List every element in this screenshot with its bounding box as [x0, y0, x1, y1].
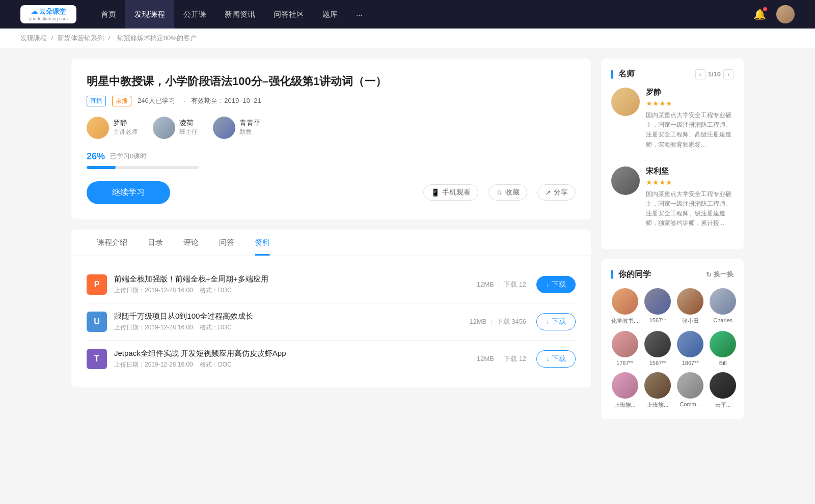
tab-resources[interactable]: 资料 [244, 230, 280, 256]
download-button-2[interactable]: ↓ 下载 [536, 350, 576, 368]
teacher-avatar-1 [153, 117, 175, 139]
progress-section: 26% 已学习0课时 [87, 151, 576, 169]
download-button-0[interactable]: ↓ 下载 [536, 276, 576, 293]
right-teacher-avatar-0 [611, 88, 640, 116]
classmate-name-2: 张小田 [682, 317, 699, 325]
resource-name-0: 前端全栈加强版！前端全栈+全周期+多端应用 [114, 274, 477, 284]
right-teacher-1: 宋利坚 ★★★★ 国内某重点大学安全工程专业硕士，国家一级注册消防工程师、注册安… [611, 166, 734, 229]
classmate-11[interactable]: 云平... [710, 372, 736, 409]
resource-icon-2: T [87, 349, 107, 369]
tab-catalog[interactable]: 目录 [138, 230, 173, 256]
tab-content-resources: P 前端全栈加强版！前端全栈+全周期+多端应用 上传日期：2019-12-28 … [71, 256, 591, 387]
course-actions: 继续学习 📱 手机观看 ☆ 收藏 ↗ 分享 [87, 181, 576, 204]
resource-name-1: 跟随千万级项目从0到100全过程高效成长 [114, 312, 469, 321]
tab-qa[interactable]: 问答 [209, 230, 244, 256]
classmate-avatar-4 [612, 331, 638, 357]
logo[interactable]: ☁ 云朵课堂 yunduoketang.com [20, 5, 76, 23]
continue-learning-button[interactable]: 继续学习 [87, 181, 170, 204]
header-right: 🔔 [753, 5, 795, 23]
resource-stats-0: 12MB | 下载 12 [477, 280, 526, 289]
classmate-name-9: 上班族... [647, 401, 668, 409]
course-card: 明星中教授课，小学阶段语法100分–强化级第1讲动词（一） 直播 录播 246人… [71, 59, 591, 219]
classmate-avatar-2 [677, 288, 703, 315]
classmate-5[interactable]: 1567** [644, 331, 671, 366]
progress-percent: 26% [87, 151, 105, 162]
user-avatar-header[interactable] [776, 5, 795, 23]
breadcrumb-discover[interactable]: 发现课程 [20, 34, 47, 42]
teacher-role-1: 班主任 [179, 128, 198, 136]
right-teacher-desc-0: 国内某重点大学安全工程专业硕士，国家一级注册消防工程师、注册安全工程师、高级注册… [646, 110, 734, 150]
collect-button[interactable]: ☆ 收藏 [488, 184, 527, 201]
classmate-name-11: 云平... [715, 401, 731, 409]
mobile-watch-button[interactable]: 📱 手机观看 [423, 184, 478, 201]
nav-news[interactable]: 新闻资讯 [215, 0, 264, 29]
resource-icon-1: U [87, 312, 107, 332]
nav-question-bank[interactable]: 题库 [313, 0, 347, 29]
classmate-name-5: 1567** [649, 360, 666, 366]
notification-bell[interactable]: 🔔 [753, 8, 766, 20]
right-teacher-stars-0: ★★★★ [646, 99, 734, 107]
classmate-avatar-11 [710, 372, 736, 399]
classmate-name-7: Bill [719, 360, 727, 366]
progress-bar-fill [87, 166, 116, 169]
nav-qa[interactable]: 问答社区 [264, 0, 313, 29]
teacher-role-2: 助教 [239, 128, 261, 136]
download-button-1[interactable]: ↓ 下载 [536, 313, 576, 330]
classmate-4[interactable]: 1767** [611, 331, 638, 366]
nav-open-course[interactable]: 公开课 [174, 0, 215, 29]
breadcrumb-current: 销冠修炼术搞定80%的客户 [117, 34, 197, 42]
star-icon: ☆ [496, 188, 503, 197]
valid-date: 有效期至：2019–10–21 [191, 96, 261, 105]
classmates-panel: 你的同学 ↻ 换一换 化学教书... 1567** 张小田 [601, 259, 744, 419]
resource-item: T Jetpack全组件实战 开发短视频应用高仿皮皮虾App 上传日期：2019… [87, 341, 576, 377]
right-teacher-avatar-1 [611, 166, 640, 195]
course-meta: 直播 录播 246人已学习 · 有效期至：2019–10–21 [87, 96, 576, 106]
resource-meta-2: 上传日期：2019-12-28 16:00 格式：DOC [114, 360, 477, 369]
classmate-9[interactable]: 上班族... [644, 372, 671, 409]
classmate-avatar-8 [612, 372, 638, 399]
notification-dot [763, 7, 767, 11]
right-teacher-name-1: 宋利坚 [646, 166, 734, 176]
resource-item: U 跟随千万级项目从0到100全过程高效成长 上传日期：2019-12-28 1… [87, 303, 576, 341]
nav-discover[interactable]: 发现课程 [125, 0, 174, 29]
classmate-10[interactable]: Comm... [677, 372, 703, 409]
resource-icon-0: P [87, 274, 107, 295]
classmate-2[interactable]: 张小田 [677, 288, 703, 325]
validity: · [183, 97, 185, 105]
classmate-7[interactable]: Bill [710, 331, 736, 366]
classmate-0[interactable]: 化学教书... [611, 288, 638, 325]
classmates-panel-title: 你的同学 [618, 269, 651, 280]
teachers-list: 罗静 主讲老师 凌荷 班主任 青青平 助教 [87, 117, 576, 139]
classmate-6[interactable]: 1867** [677, 331, 703, 366]
teacher-2: 青青平 助教 [213, 117, 261, 139]
teachers-panel-title: 名师 [618, 69, 635, 79]
tab-review[interactable]: 评论 [173, 230, 209, 256]
nav-more[interactable]: ··· [347, 0, 372, 29]
mobile-icon: 📱 [431, 188, 440, 197]
right-teacher-0: 罗静 ★★★★ 国内某重点大学安全工程专业硕士，国家一级注册消防工程师、注册安全… [611, 88, 734, 150]
prev-teacher-btn[interactable]: ‹ [695, 69, 705, 79]
share-icon: ↗ [545, 188, 551, 197]
share-button[interactable]: ↗ 分享 [537, 184, 576, 201]
resource-meta-0: 上传日期：2019-12-28 16:00 格式：DOC [114, 286, 477, 295]
classmate-name-6: 1867** [682, 360, 699, 366]
main-nav: 首页 发现课程 公开课 新闻资讯 问答社区 题库 ··· [92, 0, 753, 29]
teacher-1: 凌荷 班主任 [153, 117, 198, 139]
action-buttons: 📱 手机观看 ☆ 收藏 ↗ 分享 [423, 184, 576, 201]
classmate-avatar-6 [677, 331, 703, 357]
nav-home[interactable]: 首页 [92, 0, 125, 29]
classmate-1[interactable]: 1567** [644, 288, 671, 325]
next-teacher-btn[interactable]: › [723, 69, 734, 79]
classmate-8[interactable]: 上班族... [611, 372, 638, 409]
tab-intro[interactable]: 课程介绍 [87, 230, 138, 256]
refresh-icon: ↻ [706, 271, 712, 278]
classmate-avatar-10 [677, 372, 703, 399]
right-teacher-desc-1: 国内某重点大学安全工程专业硕士，国家一级注册消防工程师、注册安全工程师、级注册建… [646, 189, 734, 229]
refresh-classmates-button[interactable]: ↻ 换一换 [706, 270, 734, 279]
breadcrumb-series[interactable]: 新媒体营销系列 [58, 34, 104, 42]
classmate-name-3: Charles [713, 317, 732, 323]
badge-recorded: 录播 [112, 96, 131, 106]
tabs-section: 课程介绍 目录 评论 问答 资料 P 前端全栈加强版！前端全栈+全周期+多端应用… [71, 230, 591, 387]
classmate-3[interactable]: Charles [710, 288, 736, 325]
teacher-name-2: 青青平 [239, 119, 261, 128]
